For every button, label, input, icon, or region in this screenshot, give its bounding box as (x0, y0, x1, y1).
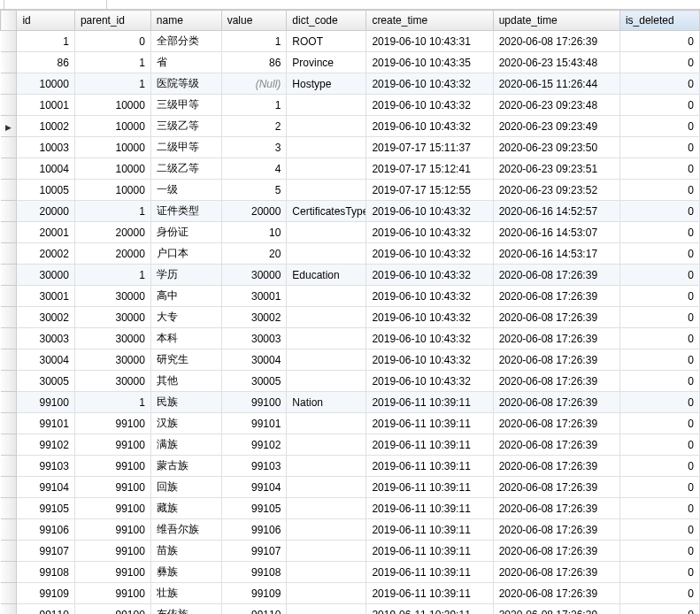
cell-value[interactable]: 99105 (221, 498, 287, 519)
cell-name[interactable]: 二级甲等 (150, 137, 221, 158)
row-indicator-cell[interactable] (1, 95, 17, 116)
cell-parent-id[interactable]: 10000 (74, 158, 150, 180)
row-indicator-cell[interactable] (1, 541, 17, 562)
cell-update-time[interactable]: 2020-06-08 17:26:39 (493, 392, 619, 413)
cell-id[interactable]: 30003 (17, 328, 74, 349)
row-indicator-cell[interactable] (1, 222, 17, 243)
cell-dict-code[interactable] (287, 371, 366, 392)
table-row[interactable]: 1000110000三级甲等12019-06-10 10:43:322020-0… (1, 95, 700, 116)
table-row[interactable]: 9910799100苗族991072019-06-11 10:39:112020… (1, 541, 700, 562)
cell-id[interactable]: 30004 (17, 349, 74, 371)
table-row[interactable]: 10全部分类1ROOT2019-06-10 10:43:312020-06-08… (1, 31, 700, 52)
cell-parent-id[interactable]: 99100 (74, 604, 150, 615)
cell-id[interactable]: 99102 (17, 434, 74, 456)
cell-value[interactable]: 30004 (221, 349, 287, 371)
cell-parent-id[interactable]: 1 (74, 392, 150, 413)
cell-update-time[interactable]: 2020-06-23 15:43:48 (493, 52, 619, 73)
cell-value[interactable]: 5 (221, 180, 287, 201)
cell-parent-id[interactable]: 30000 (74, 328, 150, 349)
row-indicator-cell[interactable] (1, 477, 17, 498)
table-row[interactable]: 300001学历30000Education2019-06-10 10:43:3… (1, 265, 700, 286)
cell-id[interactable]: 30002 (17, 307, 74, 328)
cell-update-time[interactable]: 2020-06-08 17:26:39 (493, 413, 619, 434)
row-indicator-cell[interactable] (1, 52, 17, 73)
cell-value[interactable]: 10 (221, 222, 287, 243)
row-indicator-cell[interactable] (1, 604, 17, 615)
cell-dict-code[interactable] (287, 562, 366, 583)
cell-is-deleted[interactable]: 0 (619, 116, 699, 137)
cell-is-deleted[interactable]: 0 (619, 434, 699, 456)
cell-value[interactable]: 99102 (221, 434, 287, 456)
cell-dict-code[interactable] (287, 477, 366, 498)
table-row[interactable]: 1000510000一级52019-07-17 15:12:552020-06-… (1, 180, 700, 201)
cell-name[interactable]: 二级乙等 (150, 158, 221, 180)
cell-id[interactable]: 99108 (17, 562, 74, 583)
cell-value[interactable]: 1 (221, 95, 287, 116)
cell-is-deleted[interactable]: 0 (619, 562, 699, 583)
cell-update-time[interactable]: 2020-06-16 14:53:07 (493, 222, 619, 243)
current-row-indicator-icon[interactable] (1, 116, 17, 137)
cell-update-time[interactable]: 2020-06-23 09:23:51 (493, 158, 619, 180)
cell-dict-code[interactable] (287, 604, 366, 615)
table-row[interactable]: 991001民族99100Nation2019-06-11 10:39:1120… (1, 392, 700, 413)
cell-create-time[interactable]: 2019-06-10 10:43:32 (366, 201, 493, 222)
cell-name[interactable]: 全部分类 (150, 31, 221, 52)
cell-name[interactable]: 研究生 (150, 349, 221, 371)
cell-parent-id[interactable]: 10000 (74, 137, 150, 158)
row-indicator-cell[interactable] (1, 201, 17, 222)
cell-is-deleted[interactable]: 0 (619, 137, 699, 158)
cell-dict-code[interactable] (287, 180, 366, 201)
table-row[interactable]: 9910999100壮族991092019-06-11 10:39:112020… (1, 583, 700, 604)
row-indicator-cell[interactable] (1, 498, 17, 519)
cell-update-time[interactable]: 2020-06-08 17:26:39 (493, 519, 619, 541)
cell-dict-code[interactable] (287, 541, 366, 562)
column-header-id[interactable]: id (17, 11, 74, 31)
cell-dict-code[interactable]: Hostype (287, 73, 366, 95)
cell-name[interactable]: 回族 (150, 477, 221, 498)
cell-id[interactable]: 20002 (17, 243, 74, 265)
cell-update-time[interactable]: 2020-06-08 17:26:39 (493, 328, 619, 349)
cell-value[interactable]: 30003 (221, 328, 287, 349)
cell-dict-code[interactable] (287, 583, 366, 604)
tab-fragment-2[interactable] (106, 0, 152, 10)
cell-dict-code[interactable] (287, 137, 366, 158)
cell-is-deleted[interactable]: 0 (619, 307, 699, 328)
cell-dict-code[interactable] (287, 328, 366, 349)
table-row[interactable]: 3000330000本科300032019-06-10 10:43:322020… (1, 328, 700, 349)
cell-id[interactable]: 30000 (17, 265, 74, 286)
row-indicator-cell[interactable] (1, 265, 17, 286)
table-row[interactable]: 3000530000其他300052019-06-10 10:43:322020… (1, 371, 700, 392)
cell-parent-id[interactable]: 30000 (74, 371, 150, 392)
cell-update-time[interactable]: 2020-06-23 09:23:50 (493, 137, 619, 158)
cell-name[interactable]: 民族 (150, 392, 221, 413)
table-row[interactable]: 9910299100满族991022019-06-11 10:39:112020… (1, 434, 700, 456)
cell-create-time[interactable]: 2019-06-10 10:43:32 (366, 328, 493, 349)
row-indicator-cell[interactable] (1, 137, 17, 158)
table-row[interactable]: 1000410000二级乙等42019-07-17 15:12:412020-0… (1, 158, 700, 180)
cell-value[interactable]: 30000 (221, 265, 287, 286)
cell-is-deleted[interactable]: 0 (619, 328, 699, 349)
row-indicator-cell[interactable] (1, 434, 17, 456)
cell-dict-code[interactable] (287, 456, 366, 477)
cell-name[interactable]: 一级 (150, 180, 221, 201)
table-row[interactable]: 3000230000大专300022019-06-10 10:43:322020… (1, 307, 700, 328)
cell-id[interactable]: 20000 (17, 201, 74, 222)
cell-create-time[interactable]: 2019-06-11 10:39:11 (366, 456, 493, 477)
cell-name[interactable]: 布依族 (150, 604, 221, 615)
table-row[interactable]: 861省86Province2019-06-10 10:43:352020-06… (1, 52, 700, 73)
cell-value[interactable]: 99106 (221, 519, 287, 541)
cell-dict-code[interactable]: CertificatesType (287, 201, 366, 222)
cell-create-time[interactable]: 2019-06-11 10:39:11 (366, 562, 493, 583)
cell-parent-id[interactable]: 99100 (74, 477, 150, 498)
cell-create-time[interactable]: 2019-06-10 10:43:32 (366, 349, 493, 371)
cell-id[interactable]: 10000 (17, 73, 74, 95)
cell-create-time[interactable]: 2019-06-10 10:43:32 (366, 307, 493, 328)
cell-dict-code[interactable] (287, 95, 366, 116)
table-row[interactable]: 9910499100回族991042019-06-11 10:39:112020… (1, 477, 700, 498)
cell-value[interactable]: (Null) (221, 73, 287, 95)
cell-id[interactable]: 10005 (17, 180, 74, 201)
cell-dict-code[interactable] (287, 413, 366, 434)
cell-create-time[interactable]: 2019-06-10 10:43:32 (366, 73, 493, 95)
cell-id[interactable]: 99100 (17, 392, 74, 413)
cell-name[interactable]: 身份证 (150, 222, 221, 243)
